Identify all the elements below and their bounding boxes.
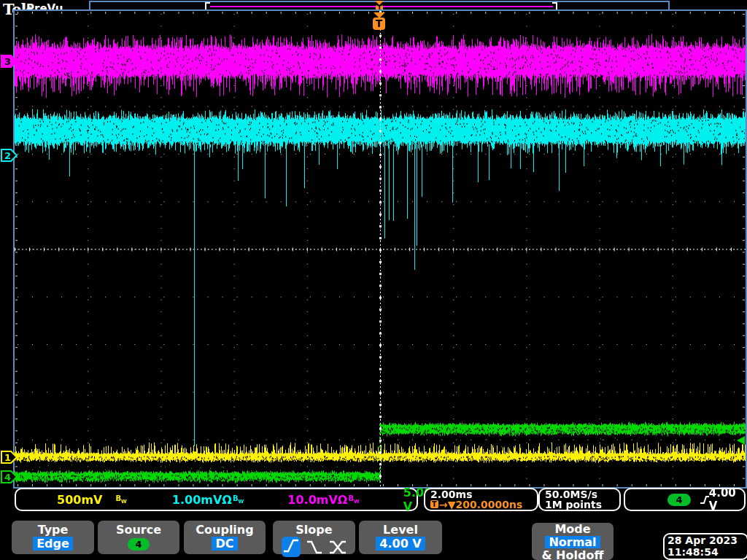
trigger-level-value: 4.00 V: [709, 486, 737, 513]
menu-button-type[interactable]: Type Edge: [12, 521, 94, 554]
level-value: 4.00 V: [376, 537, 425, 551]
trigger-level-arrow[interactable]: [735, 435, 746, 446]
channel-3-position-marker[interactable]: 3: [1, 55, 18, 68]
svg-text:1: 1: [4, 452, 11, 463]
oscilloscope-screen: Tek PreVu T T 3 2 1 4 1 500mV BW 2 1.00m…: [0, 0, 747, 560]
bandwidth-limit-icon: BW: [348, 494, 359, 505]
menu-button-slope[interactable]: Slope: [273, 521, 355, 554]
waveform-display: [15, 11, 746, 487]
channel-2-badge: 2: [139, 494, 162, 506]
channel-1-scale: 500mV: [57, 493, 102, 507]
trigger-delay: →▼200.0000ns: [439, 499, 522, 510]
channel-readouts: 1 500mV BW 2 1.00mVΩ BW 3 10.0mVΩ BW 4 5…: [15, 488, 418, 511]
menu-button-mode[interactable]: Mode Normal & Holdoff: [532, 523, 614, 560]
record-length: 1M points: [545, 499, 619, 510]
channel-2-position-marker[interactable]: 2: [1, 149, 18, 162]
menu-button-coupling[interactable]: Coupling DC: [184, 521, 266, 554]
rising-slope-icon: [700, 494, 709, 505]
either-slope-icon[interactable]: [328, 538, 347, 556]
channel-4-badge: 4: [370, 494, 393, 506]
bandwidth-limit-icon: BW: [115, 494, 126, 505]
source-channel-badge: 4: [128, 538, 150, 551]
trigger-position-marker[interactable]: T: [371, 12, 387, 30]
mode-value: Normal: [545, 536, 600, 548]
trigger-t-icon: T: [373, 18, 385, 30]
sample-rate: 50.0MS/s: [545, 489, 619, 499]
channel-4-position-marker[interactable]: 4: [1, 470, 18, 483]
menu-button-level[interactable]: Level 4.00 V: [359, 521, 442, 554]
channel-1-position-marker[interactable]: 1: [1, 451, 18, 464]
menu-button-source[interactable]: Source 4: [98, 521, 179, 554]
datetime-display: 28 Apr 2023 11:48:54: [663, 533, 747, 560]
svg-text:3: 3: [4, 56, 11, 67]
svg-text:4: 4: [4, 472, 11, 483]
channel-2-scale: 1.00mVΩ: [172, 493, 232, 507]
coupling-value: DC: [212, 537, 237, 551]
rising-slope-icon[interactable]: [282, 537, 301, 557]
trigger-readout: 4 4.00 V: [624, 488, 746, 511]
trigger-source-badge: 4: [667, 494, 691, 506]
date: 28 Apr 2023: [667, 534, 747, 546]
horizontal-scale: 2.00ms: [430, 489, 537, 499]
trigger-t-icon: T: [430, 500, 438, 508]
acquisition-readout: 50.0MS/s 1M points: [538, 488, 621, 511]
type-value: Edge: [33, 537, 73, 551]
channel-3-badge: 3: [254, 494, 277, 506]
time: 11:48:54: [667, 546, 747, 558]
channel-3-scale: 10.0mVΩ: [287, 493, 347, 507]
svg-text:2: 2: [4, 150, 11, 161]
horizontal-readout: 2.00ms T→▼200.0000ns: [424, 488, 538, 511]
mode-value2: & Holdoff: [532, 549, 614, 560]
falling-slope-icon[interactable]: [305, 538, 324, 556]
bandwidth-limit-icon: BW: [233, 494, 244, 505]
channel-1-badge: 1: [23, 494, 47, 506]
